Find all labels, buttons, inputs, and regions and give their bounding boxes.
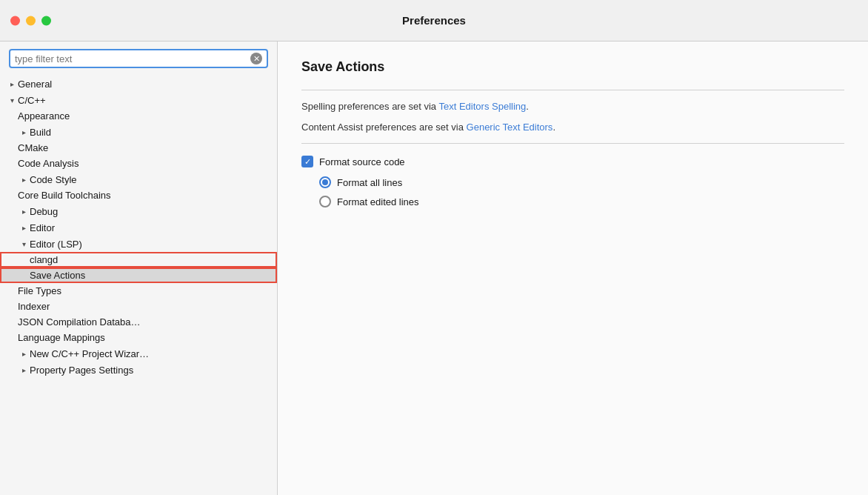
spelling-link[interactable]: Text Editors Spelling	[438, 101, 526, 112]
sidebar-item-label: C/C++	[18, 95, 46, 106]
format-all-lines-row[interactable]: Format all lines	[319, 176, 844, 188]
expand-icon	[18, 126, 30, 138]
expand-icon	[18, 222, 30, 233]
page-title: Save Actions	[301, 59, 844, 75]
main-layout: ✕ General C/C++ Appearance Build	[0, 41, 868, 495]
sidebar-item-label: CMake	[18, 142, 48, 153]
search-clear-button[interactable]: ✕	[250, 53, 262, 64]
sidebar-item-label: Appearance	[18, 110, 70, 122]
sidebar-item-label: Debug	[30, 206, 58, 217]
expand-icon	[18, 173, 30, 185]
format-all-lines-label: Format all lines	[337, 177, 402, 188]
expand-icon	[6, 94, 18, 106]
sidebar-item-appearance[interactable]: Appearance	[0, 108, 277, 124]
sidebar-item-clangd[interactable]: clangd	[0, 252, 277, 268]
format-edited-lines-row[interactable]: Format edited lines	[319, 196, 844, 207]
expand-icon	[18, 348, 30, 359]
sidebar-item-new-cpp-wizard[interactable]: New C/C++ Project Wizar…	[0, 345, 277, 362]
format-edited-lines-label: Format edited lines	[337, 196, 419, 207]
sidebar-item-build[interactable]: Build	[0, 124, 277, 140]
sidebar-item-cmake[interactable]: CMake	[0, 140, 277, 156]
sidebar-item-label: File Types	[18, 285, 61, 296]
close-button[interactable]	[10, 16, 20, 25]
radio-inner	[322, 179, 328, 185]
divider-mid	[301, 143, 844, 144]
sidebar-item-code-analysis[interactable]: Code Analysis	[0, 156, 277, 171]
search-box: ✕	[9, 49, 268, 68]
sidebar-item-json-compilation[interactable]: JSON Compilation Databa…	[0, 314, 277, 330]
sidebar-item-general[interactable]: General	[0, 76, 277, 92]
spelling-end: .	[526, 101, 529, 112]
expand-icon	[18, 205, 30, 217]
search-wrapper: ✕	[0, 41, 277, 76]
window-controls	[10, 16, 51, 25]
sidebar-item-label: Indexer	[18, 301, 50, 312]
sidebar-item-editor[interactable]: Editor	[0, 219, 277, 236]
content-panel: Save Actions Spelling preferences are se…	[278, 41, 868, 495]
spelling-info: Spelling preferences are set via Text Ed…	[301, 99, 844, 114]
sidebar-item-core-build[interactable]: Core Build Toolchains	[0, 187, 277, 203]
sidebar-item-editor-lsp[interactable]: Editor (LSP)	[0, 236, 277, 252]
sidebar-item-label: Language Mappings	[18, 332, 105, 343]
sidebar-item-language-mappings[interactable]: Language Mappings	[0, 330, 277, 345]
format-source-code-row: ✓ Format source code	[301, 156, 844, 167]
save-options: ✓ Format source code Format all lines Fo…	[301, 156, 844, 207]
sidebar-item-label: Property Pages Settings	[30, 365, 133, 376]
content-assist-link[interactable]: Generic Text Editors	[467, 122, 553, 133]
sidebar-item-label: Code Style	[30, 174, 77, 185]
sidebar: ✕ General C/C++ Appearance Build	[0, 41, 278, 495]
sidebar-item-label: Editor (LSP)	[30, 239, 82, 250]
content-assist-end: .	[552, 122, 555, 133]
titlebar: Preferences	[0, 0, 868, 41]
format-source-code-label: Format source code	[319, 156, 405, 167]
sidebar-item-label: Editor	[30, 222, 55, 233]
format-edited-lines-radio[interactable]	[319, 196, 331, 207]
format-options-group: Format all lines Format edited lines	[319, 176, 844, 207]
sidebar-item-label: clangd	[30, 254, 58, 265]
sidebar-item-indexer[interactable]: Indexer	[0, 299, 277, 314]
sidebar-item-label: Core Build Toolchains	[18, 190, 111, 201]
minimize-button[interactable]	[26, 16, 36, 25]
format-source-code-checkbox[interactable]: ✓	[301, 156, 313, 167]
expand-icon	[18, 238, 30, 250]
sidebar-item-label: General	[18, 79, 52, 90]
sidebar-item-label: Save Actions	[30, 270, 85, 281]
content-assist-info: Content Assist preferences are set via G…	[301, 120, 844, 135]
expand-icon	[18, 364, 30, 376]
expand-icon	[6, 78, 18, 90]
sidebar-item-label: JSON Compilation Databa…	[18, 316, 140, 328]
sidebar-item-label: Build	[30, 127, 51, 138]
spelling-text: Spelling preferences are set via	[301, 101, 438, 112]
content-assist-text: Content Assist preferences are set via	[301, 122, 467, 133]
sidebar-item-file-types[interactable]: File Types	[0, 283, 277, 299]
sidebar-item-label: New C/C++ Project Wizar…	[30, 348, 149, 359]
format-all-lines-radio[interactable]	[319, 176, 331, 188]
window-title: Preferences	[402, 14, 466, 27]
sidebar-item-save-actions[interactable]: Save Actions	[0, 268, 277, 283]
tree: General C/C++ Appearance Build CMake	[0, 76, 277, 495]
sidebar-item-label: Code Analysis	[18, 158, 79, 169]
sidebar-item-debug[interactable]: Debug	[0, 203, 277, 219]
search-input[interactable]	[15, 53, 247, 64]
sidebar-item-code-style[interactable]: Code Style	[0, 171, 277, 187]
divider-top	[301, 90, 844, 90]
sidebar-item-property-pages[interactable]: Property Pages Settings	[0, 362, 277, 378]
sidebar-item-cpp[interactable]: C/C++	[0, 92, 277, 108]
maximize-button[interactable]	[41, 16, 51, 25]
